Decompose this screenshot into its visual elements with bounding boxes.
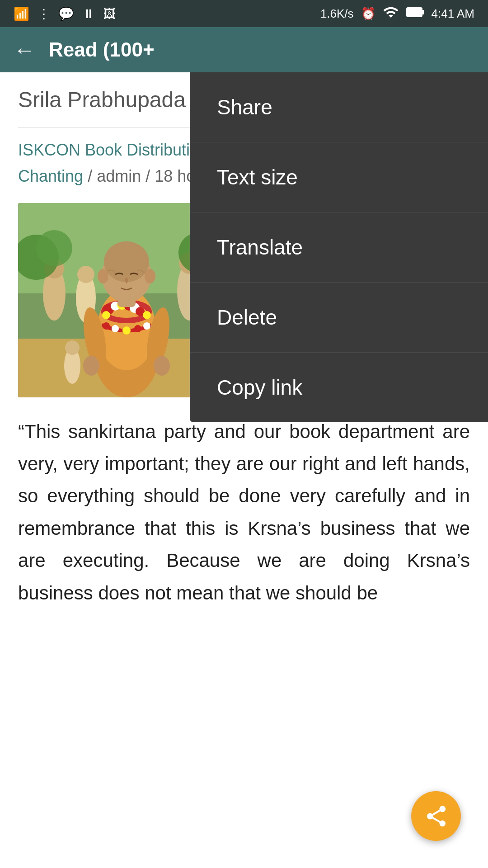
- signal-icon: 📶: [14, 6, 29, 21]
- dropdown-item-translate[interactable]: Translate: [190, 212, 488, 283]
- dropdown-item-copy-link[interactable]: Copy link: [190, 353, 488, 422]
- dropdown-menu: Share Text size Translate Delete Copy li…: [190, 72, 488, 422]
- svg-point-31: [104, 241, 149, 282]
- svg-rect-0: [407, 8, 422, 17]
- svg-point-36: [83, 356, 99, 376]
- dropdown-item-delete[interactable]: Delete: [190, 283, 488, 353]
- status-bar: 📶 ⋮ 💬 ⏸ 🖼 1.6K/s ⏰ 4:41 AM: [0, 0, 488, 27]
- dropdown-item-text-size[interactable]: Text size: [190, 142, 488, 212]
- dropdown-item-share[interactable]: Share: [190, 72, 488, 142]
- status-left: 📶 ⋮ 💬 ⏸ 🖼: [14, 6, 116, 21]
- svg-point-25: [112, 325, 119, 332]
- back-button[interactable]: ←: [14, 38, 35, 62]
- svg-point-22: [102, 311, 110, 319]
- svg-rect-1: [422, 10, 424, 14]
- network-speed: 1.6K/s: [320, 7, 354, 21]
- svg-point-37: [154, 356, 170, 376]
- svg-point-24: [103, 322, 110, 330]
- meta-plain: / admin / 18 ho: [88, 167, 195, 185]
- main-content: Srila Prabhupada Brahmananda, 16 ISKCON …: [0, 72, 488, 623]
- svg-point-23: [143, 311, 151, 319]
- svg-point-26: [122, 326, 131, 335]
- share-icon: [424, 804, 449, 829]
- svg-point-27: [134, 325, 141, 332]
- svg-point-39: [65, 340, 80, 355]
- current-time: 4:41 AM: [432, 7, 474, 21]
- more-icon: ⋮: [38, 6, 50, 21]
- whatsapp-icon: 💬: [58, 6, 74, 21]
- battery-icon: [406, 6, 424, 21]
- status-right: 1.6K/s ⏰ 4:41 AM: [320, 4, 474, 24]
- share-fab[interactable]: [411, 791, 461, 841]
- article-body: “This sankirtana party and our book depa…: [18, 415, 470, 609]
- page-title: Read (100+: [49, 38, 155, 61]
- top-bar: ← Read (100+: [0, 27, 488, 72]
- svg-point-32: [98, 269, 108, 283]
- meta-link-chanting[interactable]: Chanting: [18, 167, 83, 185]
- svg-point-28: [143, 322, 150, 330]
- svg-point-8: [77, 266, 94, 283]
- gallery-icon: 🖼: [103, 6, 116, 21]
- pause-icon: ⏸: [82, 6, 95, 21]
- meta-link-distribution[interactable]: ISKCON Book Distribution: [18, 141, 208, 159]
- svg-point-41: [36, 230, 72, 266]
- alarm-icon: ⏰: [361, 7, 375, 21]
- wifi-icon: [383, 4, 399, 24]
- svg-point-33: [145, 269, 155, 283]
